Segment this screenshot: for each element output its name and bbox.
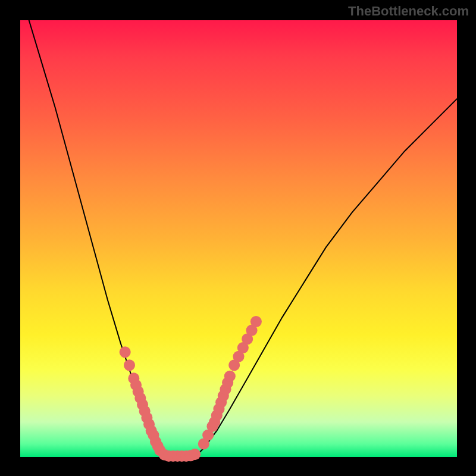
marker-point <box>250 316 262 327</box>
curve-curve-left <box>29 20 169 457</box>
marker-point <box>224 371 236 382</box>
marker-point <box>189 449 201 460</box>
curve-curve-right <box>195 99 457 457</box>
marker-point <box>120 346 131 358</box>
bottleneck-curve-chart <box>20 20 457 457</box>
watermark-text: TheBottleneck.com <box>348 4 469 19</box>
marker-point <box>124 359 135 371</box>
chart-plot-area <box>20 20 457 457</box>
